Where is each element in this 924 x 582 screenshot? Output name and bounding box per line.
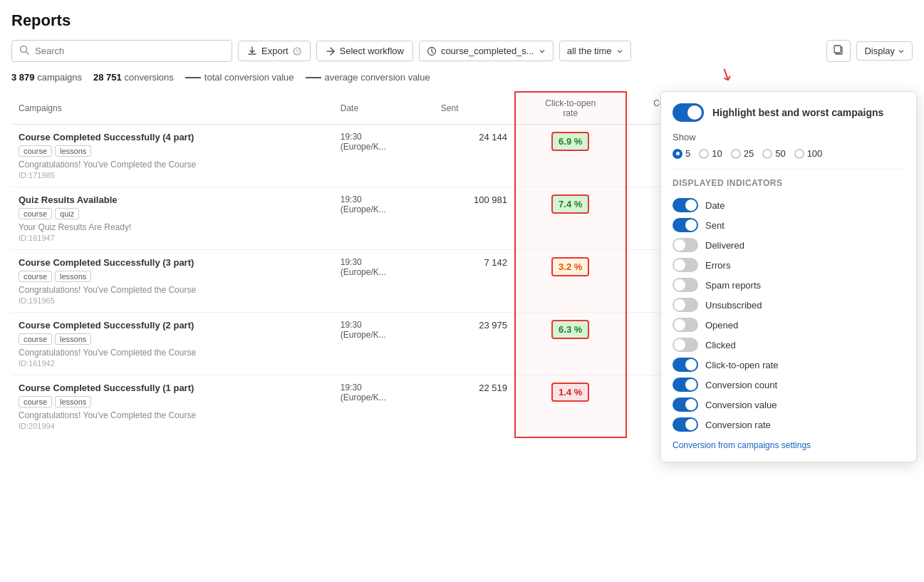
tag: lessons [55,333,91,345]
col-cto: Click-to-openrate [515,92,626,125]
export-label: Export [261,46,289,56]
campaign-cell: Course Completed Successfully (3 part) c… [11,250,333,313]
campaign-name: Course Completed Successfully (3 part) [19,257,326,268]
show-100[interactable]: 100 [794,148,823,159]
indicator-row: Conversion count [673,375,905,395]
toolbar-right: Display [826,40,913,62]
show-radio-group: 5 10 25 50 100 [673,148,905,159]
indicator-label: Conversion value [705,400,777,410]
tag: lessons [55,271,91,282]
highlight-row: Highlight best and worst campaigns [673,103,905,122]
indicator-label: Errors [705,260,730,271]
col-sent: Sent [434,92,515,125]
toggle-click-to-open-rate[interactable] [673,358,698,372]
display-button[interactable]: Display [856,41,913,61]
svg-line-1 [26,52,29,55]
campaign-id: ID:201994 [19,422,326,430]
indicator-row: Delivered [673,235,905,255]
campaign-desc: Congratulations! You've Completed the Co… [19,285,326,295]
indicators-section: Displayed indicators DateSentDeliveredEr… [673,169,905,450]
indicator-label: Delivered [705,240,744,251]
toggle-errors[interactable] [673,258,698,272]
campaign-desc: Congratulations! You've Completed the Co… [19,160,326,170]
campaign-cell: Course Completed Successfully (4 part) c… [11,125,333,187]
indicator-label: Opened [705,320,738,331]
conversions-count: 28 751 conversions [93,72,174,83]
highlight-label: Highlight best and worst campaigns [712,107,883,118]
toggle-sent[interactable] [673,218,698,232]
time-label: all the time [567,46,612,56]
highlight-toggle[interactable] [673,103,704,122]
campaign-tags: courselessons [19,145,326,157]
search-input[interactable] [35,46,224,56]
indicator-label: Sent [705,220,725,231]
date-cell: 19:30(Europe/K... [333,125,434,187]
campaign-name: Course Completed Successfully (2 part) [19,320,326,331]
cto-badge: 6.3 % [551,320,589,339]
indicator-row: Conversion rate [673,415,905,435]
campaign-id: ID:191965 [19,296,326,305]
indicator-label: Spam reports [705,280,761,291]
campaign-id: ID:161947 [19,234,326,242]
toggle-conversion-count[interactable] [673,378,698,392]
course-dropdown[interactable]: course_completed_s... [419,41,554,61]
toggle-opened[interactable] [673,318,698,332]
sent-cell: 24 144 [434,125,515,187]
stats-bar: 3 879 campaigns 28 751 conversions total… [11,72,913,83]
campaign-desc: Congratulations! You've Completed the Co… [19,348,326,358]
tag: course [19,333,52,345]
settings-link[interactable]: Conversion from campaigns settings [673,440,905,450]
tag: lessons [55,396,91,407]
show-10[interactable]: 10 [699,148,722,159]
svg-rect-6 [834,46,841,53]
indicator-row: Click-to-open rate [673,355,905,375]
cto-cell: 6.3 % [515,313,626,375]
sent-cell: 7 142 [434,250,515,313]
copy-button[interactable] [826,40,851,62]
avg-conversion-legend: average conversion value [306,72,430,83]
show-5[interactable]: 5 [673,148,690,159]
campaign-name: Course Completed Successfully (4 part) [19,132,326,142]
indicator-row: Conversion value [673,395,905,415]
export-button[interactable]: Export ? [238,41,311,61]
search-box[interactable] [11,40,232,62]
toggle-date[interactable] [673,198,698,212]
course-label: course_completed_s... [441,46,534,56]
cto-badge: 6.9 % [551,132,589,151]
indicators-list: DateSentDeliveredErrorsSpam reportsUnsub… [673,195,905,435]
tag: course [19,208,52,219]
campaign-tags: courselessons [19,333,326,345]
display-panel: Highlight best and worst campaigns Show … [660,91,917,462]
indicator-row: Errors [673,255,905,275]
campaign-cell: Course Completed Successfully (2 part) c… [11,313,333,375]
svg-text:?: ? [295,48,299,55]
indicator-row: Spam reports [673,275,905,295]
toggle-conversion-rate[interactable] [673,417,698,432]
toggle-clicked[interactable] [673,338,698,352]
campaign-cell: Course Completed Successfully (1 part) c… [11,375,333,438]
indicator-row: Sent [673,215,905,235]
show-50[interactable]: 50 [762,148,785,159]
indicator-label: Date [705,200,725,211]
workflow-button[interactable]: Select workflow [316,41,413,61]
time-dropdown[interactable]: all the time [559,41,631,61]
indicator-label: Clicked [705,340,736,350]
campaign-name: Quiz Results Available [19,194,326,205]
toggle-delivered[interactable] [673,238,698,252]
toggle-unsubscribed[interactable] [673,298,698,312]
toggle-conversion-value[interactable] [673,397,698,412]
cto-cell: 3.2 % [515,250,626,313]
toggle-spam-reports[interactable] [673,278,698,292]
tag: lessons [55,145,91,157]
cto-cell: 7.4 % [515,187,626,250]
date-cell: 19:30(Europe/K... [333,313,434,375]
indicator-row: Unsubscribed [673,295,905,315]
indicator-label: Unsubscribed [705,300,762,311]
campaign-name: Course Completed Successfully (1 part) [19,383,326,393]
sent-cell: 23 975 [434,313,515,375]
campaign-tags: courselessons [19,271,326,282]
date-cell: 19:30(Europe/K... [333,250,434,313]
col-date: Date [333,92,434,125]
cto-cell: 1.4 % [515,375,626,438]
show-25[interactable]: 25 [731,148,754,159]
